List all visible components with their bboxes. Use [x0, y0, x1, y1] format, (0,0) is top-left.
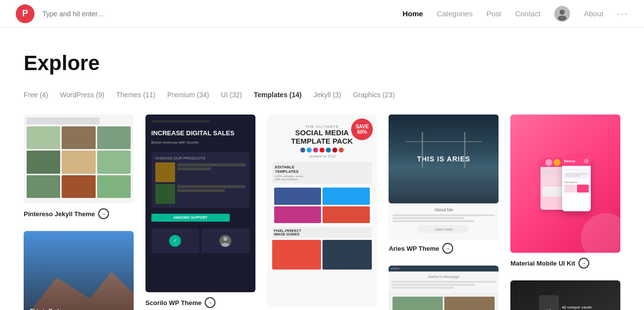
pintereso-arrow[interactable]: [98, 208, 109, 219]
card-social[interactable]: SAVE 60% THE ULTIMATE SOCIAL MEDIATEMPLA…: [267, 115, 377, 307]
column-1: Pintereso Jekyll Theme This is Redrun: [24, 115, 134, 310]
card-aries-label: Aries WP Theme: [389, 243, 499, 254]
nav-home[interactable]: Home: [402, 9, 423, 18]
nav-post[interactable]: Post: [486, 9, 501, 18]
more-menu-button[interactable]: ···: [617, 8, 628, 19]
aries-arrow[interactable]: [442, 243, 453, 254]
card-material-bottom-thumb: UI 42 unique cards: [510, 280, 620, 310]
redrun-text: This is Redrun: [30, 308, 67, 310]
card-pintereso-label: Pintereso Jekyll Theme: [24, 208, 134, 219]
logo[interactable]: P: [16, 4, 35, 23]
filter-templates[interactable]: Templates (14): [254, 91, 302, 99]
card-material-thumb: Mercui Navigation: [510, 115, 620, 253]
scorilo-arrow[interactable]: [205, 297, 215, 308]
card-social-thumb: SAVE 60% THE ULTIMATE SOCIAL MEDIATEMPLA…: [267, 115, 377, 307]
card-scorilo-label: Scorilo WP Theme: [145, 297, 255, 308]
page-title: Explore: [24, 51, 620, 75]
card-scorilo-thumb: INCREASE DIGITAL SALESBoost revenuw with…: [145, 115, 255, 292]
card-pintereso-thumb: [24, 115, 134, 203]
filter-graphics[interactable]: Graphics (23): [353, 91, 395, 99]
card-redrun-thumb: This is Redrun: [24, 231, 134, 310]
cards-grid: Pintereso Jekyll Theme This is Redrun IN…: [24, 115, 620, 310]
filter-free[interactable]: Free (4): [24, 91, 48, 99]
filter-bar: Free (4) WordPress (9) Themes (11) Premi…: [24, 91, 620, 99]
svg-point-3: [221, 243, 229, 247]
column-4: THIS IS ARIES About Me Learn more Aries …: [389, 115, 499, 310]
card-material-bottom[interactable]: UI 42 unique cards: [510, 280, 620, 310]
main-nav: Home Categories Post Contact About ···: [402, 6, 628, 22]
column-3: SAVE 60% THE ULTIMATE SOCIAL MEDIATEMPLA…: [267, 115, 377, 310]
filter-premium[interactable]: Premium (34): [167, 91, 209, 99]
card-aries-thumb: THIS IS ARIES: [389, 115, 499, 203]
card-aries-bottom-thumb: ARIES Author's Message: [389, 266, 499, 310]
column-5: Mercui Navigation: [510, 115, 620, 310]
filter-ui[interactable]: UI (32): [221, 91, 242, 99]
card-material-label: Material Mobile UI Kit: [510, 258, 620, 269]
avatar[interactable]: [554, 6, 570, 22]
nav-about[interactable]: About: [584, 9, 603, 18]
filter-themes[interactable]: Themes (11): [116, 91, 155, 99]
filter-jekyll[interactable]: Jekyll (3): [314, 91, 341, 99]
nav-categories[interactable]: Categories: [437, 9, 473, 18]
svg-point-1: [558, 15, 567, 21]
card-scorilo[interactable]: INCREASE DIGITAL SALESBoost revenuw with…: [145, 115, 255, 308]
svg-point-0: [560, 9, 565, 15]
header: P Home Categories Post Contact About ···: [0, 0, 644, 28]
card-aries-bottom[interactable]: ARIES Author's Message: [389, 266, 499, 310]
filter-wordpress[interactable]: WordPress (9): [60, 91, 105, 99]
main-content: Explore Free (4) WordPress (9) Themes (1…: [0, 28, 644, 310]
column-2: INCREASE DIGITAL SALESBoost revenuw with…: [145, 115, 255, 310]
material-arrow[interactable]: [578, 258, 589, 269]
card-aries[interactable]: THIS IS ARIES About Me Learn more Aries …: [389, 115, 499, 254]
card-material[interactable]: Mercui Navigation: [510, 115, 620, 269]
svg-point-2: [223, 237, 227, 241]
nav-contact[interactable]: Contact: [515, 9, 540, 18]
card-redrun[interactable]: This is Redrun: [24, 231, 134, 310]
search-input[interactable]: [42, 10, 141, 18]
card-pintereso[interactable]: Pintereso Jekyll Theme: [24, 115, 134, 219]
